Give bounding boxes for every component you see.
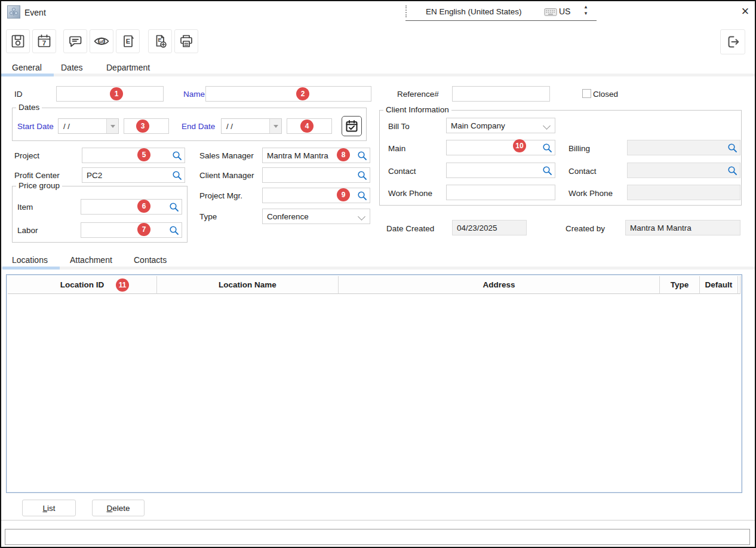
spin-down-icon[interactable]: ▾ [582, 11, 589, 16]
annotation-badge-4: 4 [300, 120, 314, 133]
annotation-badge-6: 6 [137, 200, 150, 213]
closed-label: Closed [593, 90, 618, 99]
event-document-icon: E [119, 33, 136, 50]
reference-field[interactable] [452, 86, 550, 102]
print-button[interactable] [174, 29, 198, 53]
project-mgr-search-icon[interactable] [357, 191, 367, 201]
price-group-label: Price group [16, 181, 62, 190]
svg-text:7: 7 [42, 39, 46, 47]
labor-field[interactable] [81, 222, 182, 238]
id-label: ID [14, 90, 23, 99]
save-button[interactable] [6, 29, 30, 53]
window-title: Event [24, 8, 46, 17]
column-header-type[interactable]: Type [660, 276, 700, 294]
contact-right-field[interactable] [627, 163, 740, 178]
item-search-icon[interactable] [169, 202, 179, 212]
labor-search-icon[interactable] [169, 225, 179, 235]
work-phone-right-field[interactable] [627, 185, 740, 200]
name-field[interactable] [205, 86, 371, 102]
comment-button[interactable] [63, 29, 87, 53]
close-button[interactable]: × [737, 4, 753, 19]
chevron-down-icon[interactable] [358, 213, 365, 221]
locations-table: Location ID Location Name Address Type D… [6, 274, 742, 493]
profit-center-search-icon[interactable] [172, 170, 182, 180]
type-label: Type [199, 212, 217, 221]
spin-up-icon[interactable]: ▴ [582, 5, 589, 9]
dates-group-label: Dates [16, 103, 42, 112]
column-header-filler [738, 276, 740, 294]
new-event-button[interactable]: E [148, 29, 172, 53]
name-label: Name [183, 90, 205, 99]
event-document-button[interactable]: E [116, 29, 140, 53]
project-mgr-label: Project Mgr. [199, 191, 242, 200]
profit-center-field[interactable]: PC2 [82, 167, 185, 183]
start-date-dropdown-arrow[interactable] [106, 119, 118, 133]
list-button[interactable]: List [22, 500, 76, 516]
view-userfields-button[interactable]: uf [90, 29, 113, 53]
subtabstrip-baseline [1, 267, 755, 270]
project-search-icon[interactable] [172, 151, 182, 161]
column-header-location-id[interactable]: Location ID [8, 276, 157, 294]
keyboard-layout-label[interactable]: US [559, 7, 570, 16]
item-label: Item [17, 203, 33, 212]
calendar-icon: 7 [36, 33, 53, 50]
client-manager-field[interactable] [262, 167, 370, 183]
tabstrip-baseline [1, 74, 755, 76]
tab-contacts[interactable]: Contacts [134, 255, 167, 265]
calendar-check-button[interactable] [342, 116, 362, 136]
annotation-badge-2: 2 [296, 87, 309, 100]
annotation-badge-3: 3 [136, 120, 149, 133]
contact-right-search-icon[interactable] [727, 166, 737, 176]
main-field[interactable] [446, 140, 555, 155]
work-phone-left-field[interactable] [446, 185, 555, 200]
column-header-address[interactable]: Address [339, 276, 660, 294]
keyboard-icon [544, 8, 557, 17]
annotation-badge-9: 9 [337, 188, 350, 201]
tab-department[interactable]: Department [106, 63, 150, 72]
language-bar[interactable]: EN English (United States) US ▴ ▾ [405, 4, 597, 21]
bill-to-dropdown[interactable]: Main Company [446, 118, 555, 133]
end-date-label: End Date [182, 122, 215, 131]
start-date-combo[interactable]: / / [58, 118, 119, 134]
project-mgr-field[interactable] [262, 188, 370, 203]
column-header-default[interactable]: Default [700, 276, 738, 294]
chevron-down-icon[interactable] [543, 122, 551, 130]
svg-text:uf: uf [99, 39, 104, 44]
tab-locations[interactable]: Locations [12, 255, 48, 265]
language-bar-grip[interactable] [405, 5, 407, 17]
end-date-dropdown-arrow[interactable] [269, 119, 281, 133]
date-calendar-button[interactable]: 7 [32, 29, 56, 53]
client-manager-search-icon[interactable] [357, 170, 367, 180]
main-search-icon[interactable] [542, 143, 552, 153]
exit-icon [724, 33, 741, 50]
start-date-label: Start Date [17, 122, 54, 131]
annotation-badge-11: 11 [116, 278, 129, 292]
exit-button[interactable] [720, 29, 745, 54]
labor-label: Labor [17, 226, 38, 235]
project-field[interactable] [82, 148, 185, 163]
column-header-location-name[interactable]: Location Name [157, 276, 339, 294]
sales-manager-field[interactable]: Mantra M Mantra [262, 148, 370, 163]
billing-search-icon[interactable] [727, 143, 737, 153]
language-label[interactable]: EN English (United States) [426, 7, 522, 16]
contact-left-field[interactable] [446, 163, 555, 178]
locations-table-body[interactable] [8, 294, 740, 491]
closed-checkbox[interactable] [582, 89, 591, 98]
item-field[interactable] [81, 199, 182, 215]
annotation-badge-8: 8 [337, 148, 350, 161]
annotation-badge-10: 10 [513, 139, 526, 152]
sales-manager-label: Sales Manager [199, 151, 254, 160]
billing-field[interactable] [627, 140, 740, 155]
created-by-label: Created by [566, 224, 605, 233]
tab-general[interactable]: General [12, 63, 42, 72]
tab-attachment[interactable]: Attachment [70, 255, 112, 265]
tab-dates[interactable]: Dates [61, 63, 83, 72]
delete-button[interactable]: Delete [92, 500, 145, 516]
sales-manager-search-icon[interactable] [357, 151, 367, 161]
type-dropdown[interactable]: Conference [262, 209, 370, 224]
language-bar-options-spinner[interactable]: ▴ ▾ [582, 5, 589, 16]
end-date-combo[interactable]: / / [221, 118, 282, 134]
bill-to-label: Bill To [388, 122, 410, 131]
print-icon [178, 33, 195, 50]
contact-left-search-icon[interactable] [542, 166, 552, 176]
